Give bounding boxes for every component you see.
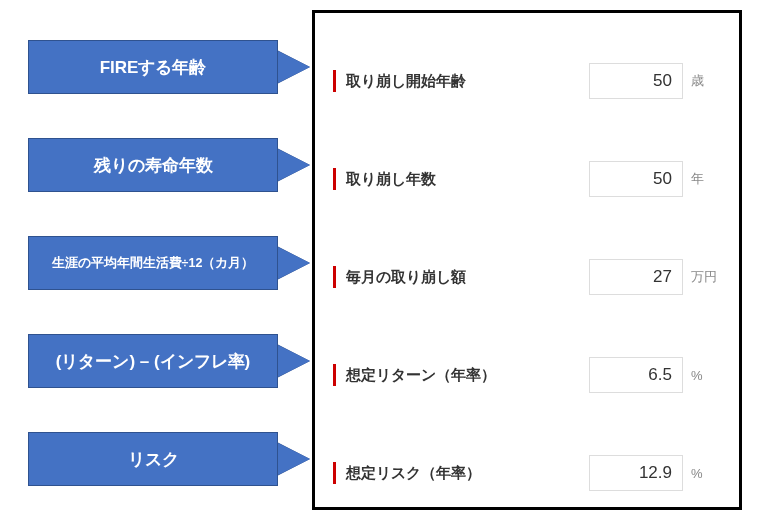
arrow-icon [278, 51, 310, 83]
field-row-start-age: 取り崩し開始年齢 歳 [315, 51, 739, 111]
vertical-bar-icon [333, 364, 336, 386]
callout-label: 残りの寿命年数 [94, 154, 213, 177]
monthly-input[interactable] [589, 259, 683, 295]
return-input[interactable] [589, 357, 683, 393]
field-label-wrap: 想定リスク（年率） [333, 462, 589, 484]
unit-label: % [691, 466, 721, 481]
arrow-icon [278, 345, 310, 377]
start-age-input[interactable] [589, 63, 683, 99]
arrow-icon [278, 149, 310, 181]
field-row-return: 想定リターン（年率） % [315, 345, 739, 405]
form-panel: 取り崩し開始年齢 歳 取り崩し年数 年 毎月の取り崩し額 万円 想定リ [312, 10, 742, 510]
field-row-monthly: 毎月の取り崩し額 万円 [315, 247, 739, 307]
page-container: FIREする年齢 残りの寿命年数 生涯の平均年間生活費÷12（カ月） (リターン… [0, 0, 757, 522]
vertical-bar-icon [333, 70, 336, 92]
callout-remaining-years: 残りの寿命年数 [28, 138, 278, 192]
callout-fire-age: FIREする年齢 [28, 40, 278, 94]
vertical-bar-icon [333, 462, 336, 484]
vertical-bar-icon [333, 168, 336, 190]
field-label: 想定リスク（年率） [346, 464, 481, 483]
callout-label: (リターン) – (インフレ率) [56, 350, 251, 373]
unit-label: % [691, 368, 721, 383]
callout-risk: リスク [28, 432, 278, 486]
field-row-risk: 想定リスク（年率） % [315, 443, 739, 503]
field-label: 毎月の取り崩し額 [346, 268, 466, 287]
unit-label: 歳 [691, 72, 721, 90]
field-label-wrap: 取り崩し開始年齢 [333, 70, 589, 92]
callout-label: FIREする年齢 [100, 56, 207, 79]
callout-return: (リターン) – (インフレ率) [28, 334, 278, 388]
field-label: 想定リターン（年率） [346, 366, 496, 385]
field-row-years: 取り崩し年数 年 [315, 149, 739, 209]
risk-input[interactable] [589, 455, 683, 491]
vertical-bar-icon [333, 266, 336, 288]
callout-monthly-expense: 生涯の平均年間生活費÷12（カ月） [28, 236, 278, 290]
unit-label: 年 [691, 170, 721, 188]
field-label-wrap: 想定リターン（年率） [333, 364, 589, 386]
arrow-icon [278, 443, 310, 475]
callout-label: 生涯の平均年間生活費÷12（カ月） [52, 255, 255, 272]
arrow-icon [278, 247, 310, 279]
field-label-wrap: 取り崩し年数 [333, 168, 589, 190]
years-input[interactable] [589, 161, 683, 197]
unit-label: 万円 [691, 268, 721, 286]
callout-label: リスク [128, 448, 179, 471]
field-label-wrap: 毎月の取り崩し額 [333, 266, 589, 288]
field-label: 取り崩し年数 [346, 170, 436, 189]
field-label: 取り崩し開始年齢 [346, 72, 466, 91]
